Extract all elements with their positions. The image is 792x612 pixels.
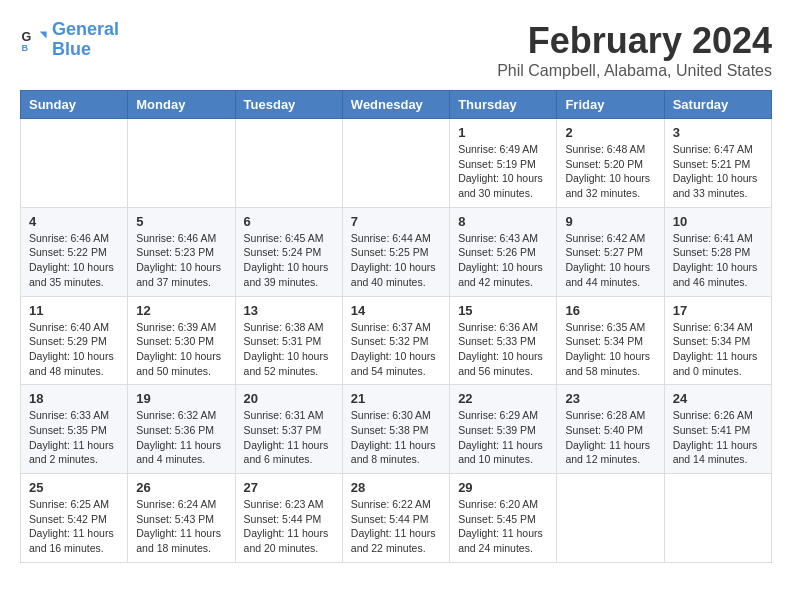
day-info: Sunrise: 6:37 AM Sunset: 5:32 PM Dayligh… (351, 320, 441, 379)
day-info: Sunrise: 6:48 AM Sunset: 5:20 PM Dayligh… (565, 142, 655, 201)
day-header-wednesday: Wednesday (342, 91, 449, 119)
day-info: Sunrise: 6:46 AM Sunset: 5:22 PM Dayligh… (29, 231, 119, 290)
day-info: Sunrise: 6:46 AM Sunset: 5:23 PM Dayligh… (136, 231, 226, 290)
day-number: 28 (351, 480, 441, 495)
calendar-cell: 17Sunrise: 6:34 AM Sunset: 5:34 PM Dayli… (664, 296, 771, 385)
calendar-cell: 14Sunrise: 6:37 AM Sunset: 5:32 PM Dayli… (342, 296, 449, 385)
day-header-thursday: Thursday (450, 91, 557, 119)
logo-text: GeneralBlue (52, 20, 119, 60)
day-number: 10 (673, 214, 763, 229)
logo: G B GeneralBlue (20, 20, 119, 60)
calendar-cell (128, 119, 235, 208)
day-number: 26 (136, 480, 226, 495)
day-info: Sunrise: 6:49 AM Sunset: 5:19 PM Dayligh… (458, 142, 548, 201)
day-header-sunday: Sunday (21, 91, 128, 119)
day-info: Sunrise: 6:32 AM Sunset: 5:36 PM Dayligh… (136, 408, 226, 467)
day-info: Sunrise: 6:26 AM Sunset: 5:41 PM Dayligh… (673, 408, 763, 467)
day-number: 5 (136, 214, 226, 229)
calendar-cell: 11Sunrise: 6:40 AM Sunset: 5:29 PM Dayli… (21, 296, 128, 385)
calendar-cell (664, 474, 771, 563)
svg-marker-2 (40, 31, 47, 38)
day-header-tuesday: Tuesday (235, 91, 342, 119)
day-number: 12 (136, 303, 226, 318)
calendar-cell: 19Sunrise: 6:32 AM Sunset: 5:36 PM Dayli… (128, 385, 235, 474)
day-number: 24 (673, 391, 763, 406)
day-number: 22 (458, 391, 548, 406)
day-info: Sunrise: 6:20 AM Sunset: 5:45 PM Dayligh… (458, 497, 548, 556)
day-info: Sunrise: 6:30 AM Sunset: 5:38 PM Dayligh… (351, 408, 441, 467)
day-info: Sunrise: 6:25 AM Sunset: 5:42 PM Dayligh… (29, 497, 119, 556)
calendar-cell: 3Sunrise: 6:47 AM Sunset: 5:21 PM Daylig… (664, 119, 771, 208)
day-number: 27 (244, 480, 334, 495)
day-number: 18 (29, 391, 119, 406)
logo-icon: G B (20, 26, 48, 54)
calendar-cell: 16Sunrise: 6:35 AM Sunset: 5:34 PM Dayli… (557, 296, 664, 385)
calendar-cell: 15Sunrise: 6:36 AM Sunset: 5:33 PM Dayli… (450, 296, 557, 385)
day-info: Sunrise: 6:35 AM Sunset: 5:34 PM Dayligh… (565, 320, 655, 379)
calendar-cell: 23Sunrise: 6:28 AM Sunset: 5:40 PM Dayli… (557, 385, 664, 474)
day-info: Sunrise: 6:33 AM Sunset: 5:35 PM Dayligh… (29, 408, 119, 467)
day-number: 17 (673, 303, 763, 318)
day-info: Sunrise: 6:45 AM Sunset: 5:24 PM Dayligh… (244, 231, 334, 290)
day-number: 25 (29, 480, 119, 495)
week-row-4: 18Sunrise: 6:33 AM Sunset: 5:35 PM Dayli… (21, 385, 772, 474)
day-number: 14 (351, 303, 441, 318)
calendar-cell: 13Sunrise: 6:38 AM Sunset: 5:31 PM Dayli… (235, 296, 342, 385)
day-number: 23 (565, 391, 655, 406)
month-year-title: February 2024 (497, 20, 772, 62)
day-info: Sunrise: 6:43 AM Sunset: 5:26 PM Dayligh… (458, 231, 548, 290)
day-number: 8 (458, 214, 548, 229)
title-section: February 2024 Phil Campbell, Alabama, Un… (497, 20, 772, 80)
day-info: Sunrise: 6:41 AM Sunset: 5:28 PM Dayligh… (673, 231, 763, 290)
calendar-cell: 1Sunrise: 6:49 AM Sunset: 5:19 PM Daylig… (450, 119, 557, 208)
day-number: 15 (458, 303, 548, 318)
calendar-table: SundayMondayTuesdayWednesdayThursdayFrid… (20, 90, 772, 563)
calendar-cell: 12Sunrise: 6:39 AM Sunset: 5:30 PM Dayli… (128, 296, 235, 385)
calendar-cell: 8Sunrise: 6:43 AM Sunset: 5:26 PM Daylig… (450, 207, 557, 296)
day-number: 11 (29, 303, 119, 318)
calendar-cell: 4Sunrise: 6:46 AM Sunset: 5:22 PM Daylig… (21, 207, 128, 296)
location-label: Phil Campbell, Alabama, United States (497, 62, 772, 80)
svg-text:B: B (21, 43, 28, 53)
day-info: Sunrise: 6:31 AM Sunset: 5:37 PM Dayligh… (244, 408, 334, 467)
calendar-cell: 5Sunrise: 6:46 AM Sunset: 5:23 PM Daylig… (128, 207, 235, 296)
day-info: Sunrise: 6:44 AM Sunset: 5:25 PM Dayligh… (351, 231, 441, 290)
day-info: Sunrise: 6:38 AM Sunset: 5:31 PM Dayligh… (244, 320, 334, 379)
day-number: 19 (136, 391, 226, 406)
day-info: Sunrise: 6:22 AM Sunset: 5:44 PM Dayligh… (351, 497, 441, 556)
day-number: 21 (351, 391, 441, 406)
day-number: 1 (458, 125, 548, 140)
days-header-row: SundayMondayTuesdayWednesdayThursdayFrid… (21, 91, 772, 119)
calendar-cell (342, 119, 449, 208)
calendar-cell: 20Sunrise: 6:31 AM Sunset: 5:37 PM Dayli… (235, 385, 342, 474)
week-row-2: 4Sunrise: 6:46 AM Sunset: 5:22 PM Daylig… (21, 207, 772, 296)
calendar-cell: 25Sunrise: 6:25 AM Sunset: 5:42 PM Dayli… (21, 474, 128, 563)
day-number: 7 (351, 214, 441, 229)
day-info: Sunrise: 6:24 AM Sunset: 5:43 PM Dayligh… (136, 497, 226, 556)
calendar-cell: 10Sunrise: 6:41 AM Sunset: 5:28 PM Dayli… (664, 207, 771, 296)
calendar-cell: 18Sunrise: 6:33 AM Sunset: 5:35 PM Dayli… (21, 385, 128, 474)
calendar-cell (235, 119, 342, 208)
day-number: 13 (244, 303, 334, 318)
calendar-cell: 2Sunrise: 6:48 AM Sunset: 5:20 PM Daylig… (557, 119, 664, 208)
day-info: Sunrise: 6:47 AM Sunset: 5:21 PM Dayligh… (673, 142, 763, 201)
day-info: Sunrise: 6:42 AM Sunset: 5:27 PM Dayligh… (565, 231, 655, 290)
week-row-5: 25Sunrise: 6:25 AM Sunset: 5:42 PM Dayli… (21, 474, 772, 563)
day-number: 6 (244, 214, 334, 229)
day-info: Sunrise: 6:34 AM Sunset: 5:34 PM Dayligh… (673, 320, 763, 379)
calendar-cell (21, 119, 128, 208)
day-info: Sunrise: 6:29 AM Sunset: 5:39 PM Dayligh… (458, 408, 548, 467)
page-header: G B GeneralBlue February 2024 Phil Campb… (20, 20, 772, 80)
calendar-cell: 9Sunrise: 6:42 AM Sunset: 5:27 PM Daylig… (557, 207, 664, 296)
calendar-cell: 24Sunrise: 6:26 AM Sunset: 5:41 PM Dayli… (664, 385, 771, 474)
day-header-monday: Monday (128, 91, 235, 119)
day-number: 9 (565, 214, 655, 229)
day-info: Sunrise: 6:23 AM Sunset: 5:44 PM Dayligh… (244, 497, 334, 556)
day-number: 4 (29, 214, 119, 229)
calendar-cell: 29Sunrise: 6:20 AM Sunset: 5:45 PM Dayli… (450, 474, 557, 563)
calendar-cell: 6Sunrise: 6:45 AM Sunset: 5:24 PM Daylig… (235, 207, 342, 296)
day-number: 2 (565, 125, 655, 140)
day-info: Sunrise: 6:40 AM Sunset: 5:29 PM Dayligh… (29, 320, 119, 379)
calendar-cell: 26Sunrise: 6:24 AM Sunset: 5:43 PM Dayli… (128, 474, 235, 563)
svg-text:G: G (21, 30, 31, 44)
